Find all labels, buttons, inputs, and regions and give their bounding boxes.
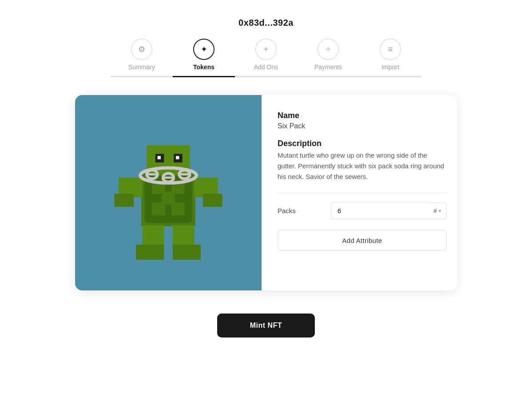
import-icon: ≡ (380, 39, 401, 60)
packs-row: Packs # ▾ (278, 202, 447, 219)
description-field-value: Mutant turtle who grew up on the wrong s… (278, 150, 447, 182)
underline-tokens (173, 76, 235, 77)
underline-payments (297, 76, 359, 77)
addons-label: Add Ons (254, 64, 278, 71)
chevron-down-icon: ▾ (439, 208, 441, 213)
tokens-label: Tokens (193, 64, 214, 71)
nav-tabs: ⚙ Summary ✦ Tokens + Add Ons ÷ Payments … (111, 39, 421, 76)
svg-rect-19 (173, 245, 201, 260)
main-content: Name Six Pack Description Mutant turtle … (75, 95, 457, 290)
svg-rect-14 (114, 194, 134, 206)
tab-underline (111, 76, 421, 77)
addons-icon: + (255, 39, 277, 60)
wallet-address: 0x83d...392a (238, 18, 294, 28)
underline-import (359, 76, 421, 77)
packs-label: Packs (278, 207, 331, 214)
tokens-icon: ✦ (193, 39, 214, 60)
tab-payments[interactable]: ÷ Payments (297, 39, 359, 76)
tab-addons[interactable]: + Add Ons (235, 39, 297, 76)
import-label: Import (381, 64, 399, 71)
name-field-value: Six Pack (278, 122, 447, 130)
description-field-label: Description (278, 139, 447, 148)
underline-summary (111, 76, 173, 77)
tab-tokens[interactable]: ✦ Tokens (173, 39, 235, 76)
token-card: Name Six Pack Description Mutant turtle … (75, 95, 457, 290)
payments-label: Payments (314, 64, 342, 71)
mint-nft-button[interactable]: Mint NFT (217, 314, 315, 338)
token-image (75, 95, 262, 290)
summary-label: Summary (128, 64, 155, 71)
svg-rect-15 (203, 194, 222, 206)
turtle-svg (102, 113, 235, 273)
payments-icon: ÷ (318, 39, 339, 60)
packs-unit-selector[interactable]: # ▾ (428, 203, 447, 219)
add-attribute-button[interactable]: Add Attribute (278, 230, 447, 251)
svg-rect-18 (136, 245, 164, 260)
svg-rect-11 (176, 156, 179, 159)
svg-rect-6 (152, 203, 165, 215)
packs-input[interactable] (331, 202, 428, 219)
packs-unit-value: # (433, 207, 437, 214)
svg-rect-7 (171, 203, 184, 215)
name-field-label: Name (278, 111, 447, 120)
summary-icon: ⚙ (131, 39, 152, 60)
svg-rect-10 (158, 156, 161, 159)
divider (278, 193, 447, 193)
token-info: Name Six Pack Description Mutant turtle … (262, 95, 457, 290)
tab-import[interactable]: ≡ Import (359, 39, 421, 76)
tab-summary[interactable]: ⚙ Summary (111, 39, 173, 76)
underline-addons (235, 76, 297, 77)
